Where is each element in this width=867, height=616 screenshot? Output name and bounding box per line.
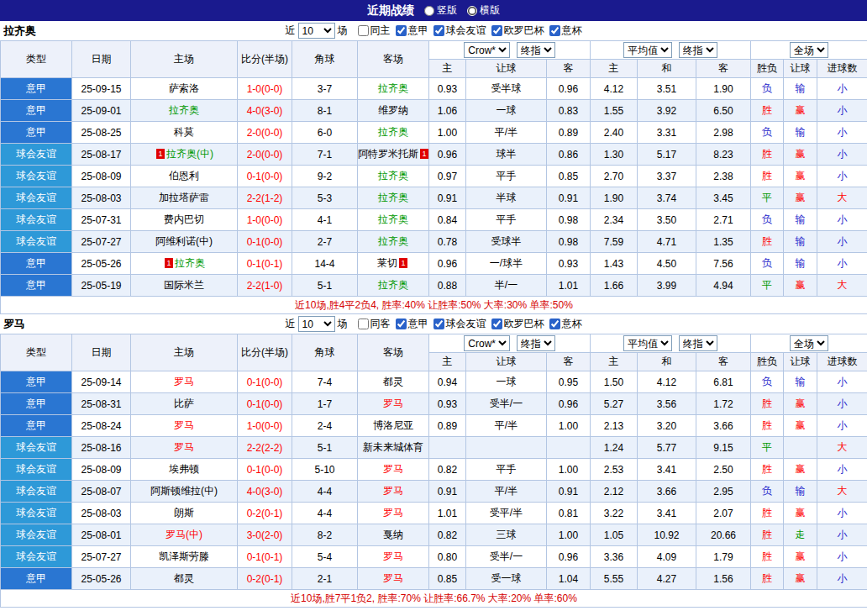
league-filter-friendly[interactable]: 球会友谊 xyxy=(431,24,486,38)
team-name[interactable]: 维罗纳 xyxy=(378,104,408,116)
team-name[interactable]: 罗马 xyxy=(174,376,194,387)
league-filter-europa[interactable]: 欧罗巴杯 xyxy=(489,24,544,38)
horizontal-layout-radio[interactable] xyxy=(467,6,477,16)
bookmaker-select[interactable]: Crow* xyxy=(464,335,510,351)
same-venue-input[interactable] xyxy=(358,319,369,329)
score-cell[interactable]: 0-1(0-0) xyxy=(238,371,292,393)
team-name[interactable]: 博洛尼亚 xyxy=(373,419,413,431)
team-name[interactable]: 新未来城体育 xyxy=(363,441,423,453)
league-filter-seriea[interactable]: 意甲 xyxy=(393,24,428,38)
score-cell[interactable]: 2-0(0-0) xyxy=(238,122,292,144)
team-name[interactable]: 拉齐奥 xyxy=(378,213,408,225)
team-name[interactable]: 都灵 xyxy=(383,376,403,387)
europa-checkbox[interactable] xyxy=(491,25,502,36)
away-team-cell: 莱切1 xyxy=(358,253,429,275)
scope-select[interactable]: 全场 xyxy=(790,335,828,351)
team-name[interactable]: 都灵 xyxy=(174,572,194,584)
score-cell[interactable]: 2-0(0-0) xyxy=(238,144,292,166)
team-name[interactable]: 拉齐奥 xyxy=(378,279,408,291)
league-filter-europa[interactable]: 欧罗巴杯 xyxy=(489,317,544,331)
team-name[interactable]: 凯泽斯劳滕 xyxy=(159,550,209,562)
team-name[interactable]: 拉齐奥 xyxy=(175,257,205,269)
team-name[interactable]: 拉齐奥 xyxy=(169,104,199,116)
league-filter-coppa[interactable]: 意杯 xyxy=(547,317,582,331)
league-filter-seriea[interactable]: 意甲 xyxy=(393,317,428,331)
team-name[interactable]: 罗马 xyxy=(383,463,403,475)
score-cell[interactable]: 4-0(3-0) xyxy=(238,100,292,122)
team-name[interactable]: 朗斯 xyxy=(174,507,194,519)
team-name[interactable]: 费内巴切 xyxy=(164,213,204,225)
layout-vertical-option[interactable]: 竖版 xyxy=(424,3,457,18)
team-name[interactable]: 拉齐奥 xyxy=(378,235,408,247)
same-venue-input[interactable] xyxy=(358,25,369,36)
score-cell[interactable]: 0-2(0-1) xyxy=(238,568,292,590)
coppa-checkbox[interactable] xyxy=(549,319,560,329)
team-name[interactable]: 罗马 xyxy=(383,398,403,409)
team-name[interactable]: 科莫 xyxy=(174,126,194,138)
team-name[interactable]: 戛纳 xyxy=(383,529,403,540)
seriea-checkbox[interactable] xyxy=(396,319,407,329)
seriea-checkbox[interactable] xyxy=(396,25,407,36)
asian-final-select[interactable]: 终指 xyxy=(517,335,555,351)
score-cell[interactable]: 0-2(0-1) xyxy=(238,503,292,524)
bookmaker-select[interactable]: Crow* xyxy=(464,42,510,58)
team-name[interactable]: 拉齐奥 xyxy=(378,192,408,203)
team-name[interactable]: 拉齐奥(中) xyxy=(166,148,213,160)
euro-final-select[interactable]: 终指 xyxy=(679,42,717,58)
score-cell[interactable]: 0-1(0-0) xyxy=(238,231,292,253)
euro-final-select[interactable]: 终指 xyxy=(679,335,717,351)
score-cell[interactable]: 0-1(0-1) xyxy=(238,253,292,275)
team-name[interactable]: 萨索洛 xyxy=(169,82,199,94)
score-cell[interactable]: 1-0(0-0) xyxy=(238,209,292,231)
score-cell[interactable]: 3-0(2-0) xyxy=(238,524,292,546)
team-name[interactable]: 拉齐奥 xyxy=(378,82,408,94)
euro-draw-odds: 3.20 xyxy=(638,415,696,437)
europa-checkbox[interactable] xyxy=(491,319,502,329)
result-outcome: 胜 xyxy=(751,415,784,437)
team-name[interactable]: 莱切 xyxy=(377,257,397,269)
match-count-select[interactable]: 10 xyxy=(298,316,335,332)
scope-select[interactable]: 全场 xyxy=(790,42,828,58)
league-filter-friendly[interactable]: 球会友谊 xyxy=(431,317,486,331)
team-name[interactable]: 国际米兰 xyxy=(164,279,204,291)
team-name[interactable]: 罗马 xyxy=(383,550,403,562)
score-cell[interactable]: 0-1(0-0) xyxy=(238,393,292,415)
team-name[interactable]: 罗马 xyxy=(383,507,403,519)
team-name[interactable]: 罗马 xyxy=(383,485,403,497)
score-cell[interactable]: 2-2(2-2) xyxy=(238,437,292,459)
same-venue-checkbox[interactable]: 同客 xyxy=(355,317,391,331)
team-name[interactable]: 罗马(中) xyxy=(166,529,202,540)
team-name[interactable]: 罗马 xyxy=(383,572,403,584)
score-cell[interactable]: 4-0(3-0) xyxy=(238,481,292,503)
team-name[interactable]: 阿特罗米托斯 xyxy=(358,148,418,160)
team-name[interactable]: 阿维利诺(中) xyxy=(155,235,213,247)
team-name[interactable]: 比萨 xyxy=(174,398,194,409)
coppa-checkbox[interactable] xyxy=(549,25,560,36)
vertical-layout-radio[interactable] xyxy=(424,6,434,16)
team-name[interactable]: 拉齐奥 xyxy=(378,170,408,182)
team-name[interactable]: 拉齐奥 xyxy=(378,126,408,138)
score-cell[interactable]: 0-1(0-0) xyxy=(238,166,292,187)
team-name[interactable]: 伯恩利 xyxy=(169,170,199,182)
match-count-select[interactable]: 10 xyxy=(298,23,335,39)
score-cell[interactable]: 2-2(1-0) xyxy=(238,275,292,297)
league-filter-coppa[interactable]: 意杯 xyxy=(547,24,582,38)
team-name[interactable]: 阿斯顿维拉(中) xyxy=(150,485,218,497)
friendly-checkbox[interactable] xyxy=(434,319,444,329)
euro-average-select[interactable]: 平均值 xyxy=(623,335,672,351)
asian-final-select[interactable]: 终指 xyxy=(517,42,555,58)
team-name[interactable]: 加拉塔萨雷 xyxy=(159,192,209,203)
team-name[interactable]: 埃弗顿 xyxy=(169,463,199,475)
score-cell[interactable]: 1-0(0-0) xyxy=(238,78,292,100)
same-venue-checkbox[interactable]: 同主 xyxy=(355,24,391,38)
team-name[interactable]: 罗马 xyxy=(174,419,194,431)
layout-horizontal-option[interactable]: 横版 xyxy=(467,3,500,18)
score-cell[interactable]: 0-1(0-1) xyxy=(238,546,292,568)
score-cell[interactable]: 2-2(1-2) xyxy=(238,187,292,209)
result-handicap: 输 xyxy=(784,253,817,275)
score-cell[interactable]: 1-0(0-0) xyxy=(238,415,292,437)
score-cell[interactable]: 0-1(0-0) xyxy=(238,459,292,481)
euro-average-select[interactable]: 平均值 xyxy=(623,42,672,58)
friendly-checkbox[interactable] xyxy=(434,25,444,36)
team-name[interactable]: 罗马 xyxy=(174,441,194,453)
